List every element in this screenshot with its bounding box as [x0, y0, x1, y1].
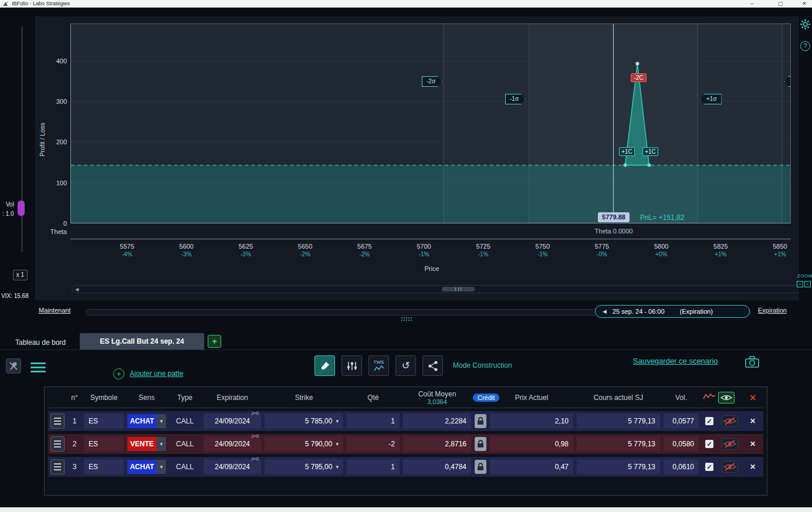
unpin-icon[interactable]: [6, 358, 21, 374]
quantity-cell[interactable]: 1: [347, 413, 400, 429]
current-price-cell: 2,10: [490, 413, 573, 429]
delete-leg-icon[interactable]: ✕: [742, 434, 764, 454]
leg-marker-long-call-left[interactable]: +1C: [619, 147, 635, 156]
avg-cost-cell[interactable]: 2,2284: [403, 413, 471, 429]
tab-dashboard[interactable]: Tableau de bord: [2, 335, 79, 350]
leg-marker-short-calls[interactable]: -2C: [631, 73, 647, 82]
x-axis-ticks: 5575-4% 5600-3% 5625-3% 5650-2% 5675-2% …: [97, 243, 799, 257]
settings-gear-icon[interactable]: [800, 19, 811, 32]
tws-mode-button[interactable]: TWS: [368, 355, 389, 376]
header-sparkline-icon[interactable]: [701, 392, 718, 402]
construction-mode-button[interactable]: [314, 355, 335, 376]
row-drag-handle[interactable]: [50, 436, 65, 452]
hide-leg-button[interactable]: [722, 461, 738, 473]
header-sens: Sens: [126, 394, 168, 402]
eye-slash-icon: [723, 416, 737, 426]
delete-leg-icon[interactable]: ✕: [742, 411, 764, 431]
row-drag-handle[interactable]: [50, 413, 65, 429]
symbol-cell[interactable]: ES: [84, 459, 124, 474]
chevron-down-icon[interactable]: ▾: [157, 437, 166, 451]
lock-cost-button[interactable]: [475, 414, 486, 428]
add-leg-link[interactable]: Ajouter une patte: [130, 369, 183, 378]
strike-select[interactable]: 5 790,00▾: [265, 436, 343, 452]
timeline-now-link[interactable]: Maintenant: [39, 307, 70, 314]
vol-slider-track[interactable]: [21, 26, 23, 252]
type-cell[interactable]: CALL: [168, 434, 202, 454]
sigma-tag-plus1[interactable]: +1σ: [700, 94, 722, 104]
vol-slider-handle[interactable]: [18, 201, 25, 216]
hide-leg-button[interactable]: [722, 415, 738, 427]
timeline-expiration-link[interactable]: Expiration: [758, 307, 787, 314]
expiration-cell[interactable]: J+024/09/2024: [204, 459, 261, 474]
header-underlying: Cours actuel SJ: [575, 394, 662, 402]
lock-cost-button[interactable]: [475, 460, 486, 474]
sigma-tag-minus2[interactable]: -2σ: [422, 76, 442, 87]
delete-leg-icon[interactable]: ✕: [742, 457, 764, 477]
y-tick: 300: [45, 98, 67, 105]
x-tick: 5625-3%: [216, 243, 275, 257]
chart-scrollbar[interactable]: ◀ ▶: [72, 285, 799, 293]
scroll-left-icon[interactable]: ◀: [75, 286, 79, 293]
add-tab-button[interactable]: +: [208, 335, 221, 348]
scrollbar-thumb[interactable]: [442, 287, 475, 291]
quantity-cell[interactable]: -2: [347, 436, 400, 452]
strike-select[interactable]: 5 785,00▾: [265, 413, 343, 429]
include-checkbox[interactable]: ✓: [705, 463, 713, 471]
avg-cost-cell[interactable]: 2,8716: [403, 436, 471, 452]
expiration-cell[interactable]: J+024/09/2024: [204, 413, 261, 429]
share-button[interactable]: [422, 355, 443, 376]
underlying-price-cell: 5 779,13: [577, 459, 660, 474]
leg-marker-long-call-right[interactable]: +1C: [642, 147, 658, 156]
credit-badge[interactable]: Crédit: [473, 394, 499, 402]
header-strike: Strike: [263, 394, 345, 402]
menu-hamburger-icon[interactable]: [31, 360, 46, 375]
camera-icon[interactable]: [745, 355, 759, 371]
chevron-down-icon: ▾: [336, 464, 339, 470]
table-header: n° Symbole Sens Type Expiration Strike Q…: [48, 387, 763, 408]
hide-leg-button[interactable]: [722, 438, 738, 450]
mode-label: Mode Construction: [453, 361, 512, 369]
toggle-all-visibility-button[interactable]: [718, 392, 735, 404]
side-select[interactable]: VENTE▾: [127, 437, 166, 451]
save-scenario-link[interactable]: Sauvegarder ce scenario: [633, 357, 718, 365]
include-checkbox[interactable]: ✓: [705, 417, 713, 425]
panel-drag-handle[interactable]: [401, 317, 402, 318]
expiration-cell[interactable]: J+024/09/2024: [204, 436, 261, 452]
quantity-cell[interactable]: 1: [347, 459, 400, 474]
zoom-in-button[interactable]: ›: [804, 281, 811, 287]
plot-area[interactable]: -2σ -1σ +1σ +2σ -2C +1C +1C 5779.88 PnL=…: [70, 23, 791, 223]
help-icon[interactable]: ?: [800, 41, 810, 51]
maximize-button[interactable]: ▢: [772, 0, 789, 8]
type-cell[interactable]: CALL: [168, 411, 202, 431]
add-leg-plus-icon[interactable]: +: [113, 368, 124, 379]
close-button[interactable]: ✕: [796, 0, 812, 8]
chevron-down-icon[interactable]: ▾: [157, 414, 166, 428]
app-icon: [3, 1, 8, 6]
side-select[interactable]: ACHAT▾: [127, 460, 166, 474]
row-drag-handle[interactable]: [50, 459, 65, 474]
vol-cell: 0,0580: [664, 436, 699, 452]
symbol-cell[interactable]: ES: [84, 436, 124, 452]
minimize-button[interactable]: –: [743, 0, 761, 8]
avg-cost-cell[interactable]: 0,4784: [403, 459, 471, 474]
sigma-tag-minus1[interactable]: -1σ: [505, 94, 525, 104]
header-price: Prix Actuel: [488, 394, 575, 402]
zoom-out-button[interactable]: ‹: [797, 281, 803, 287]
tab-strategy[interactable]: ES Lg.Call But 24 sep. 24: [80, 333, 204, 350]
type-cell[interactable]: CALL: [168, 457, 202, 477]
include-checkbox[interactable]: ✓: [705, 440, 713, 448]
chevron-down-icon[interactable]: ▾: [157, 460, 166, 474]
history-button[interactable]: ↺: [395, 355, 416, 376]
adjust-sliders-button[interactable]: [341, 355, 362, 376]
symbol-cell[interactable]: ES: [84, 413, 124, 429]
multiplier-button[interactable]: x 1: [13, 270, 28, 280]
side-select[interactable]: ACHAT▾: [127, 414, 166, 428]
y-tick: 100: [45, 179, 67, 187]
timeline-selected-pill[interactable]: ◀ 25 sep. 24 - 06:00 (Expiration): [595, 305, 750, 318]
timeline-step-back-icon[interactable]: ◀: [603, 308, 607, 314]
eye-slash-icon: [723, 462, 737, 472]
lock-cost-button[interactable]: [475, 437, 486, 451]
delete-all-icon[interactable]: ✕: [742, 393, 764, 402]
strike-select[interactable]: 5 795,00▾: [265, 459, 343, 474]
vol-cell: 0,0610: [664, 459, 699, 474]
